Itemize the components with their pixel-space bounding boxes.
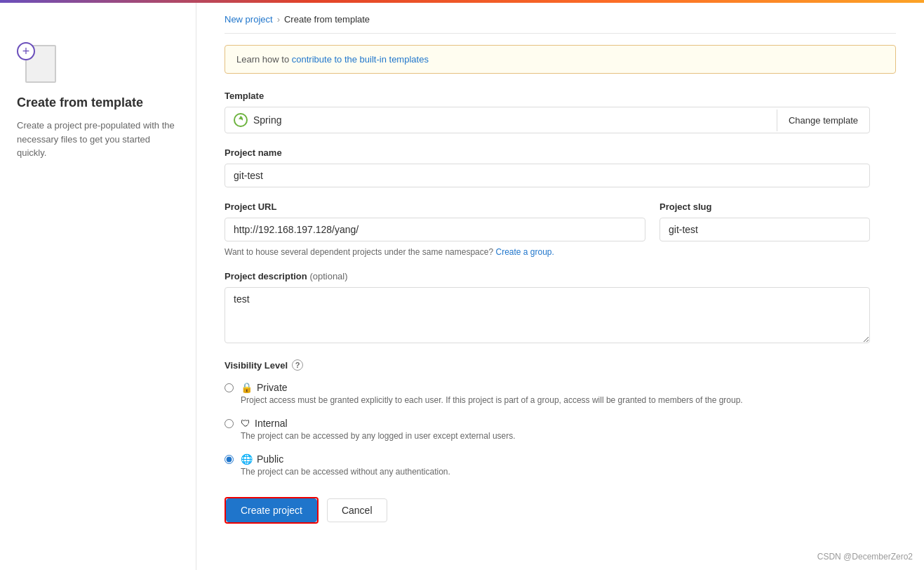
template-field-group: Template Spring Change template bbox=[225, 91, 870, 133]
breadcrumb-current: Create from template bbox=[284, 14, 370, 25]
namespace-note: Want to house several dependent projects… bbox=[225, 247, 870, 257]
url-slug-row: Project URL Project slug bbox=[225, 201, 870, 241]
project-url-label: Project URL bbox=[225, 201, 645, 212]
visibility-internal-header: 🛡 Internal bbox=[241, 418, 516, 429]
info-banner-text: Learn how to bbox=[236, 54, 292, 65]
visibility-private-content: 🔒 Private Project access must be granted… bbox=[241, 382, 743, 406]
project-url-input[interactable] bbox=[225, 218, 645, 241]
visibility-option-internal: 🛡 Internal The project can be accessed b… bbox=[225, 418, 870, 442]
cancel-button[interactable]: Cancel bbox=[327, 498, 387, 522]
sidebar: + Create from template Create a project … bbox=[0, 0, 196, 570]
visibility-internal-content: 🛡 Internal The project can be accessed b… bbox=[241, 418, 516, 442]
globe-icon: 🌐 bbox=[241, 453, 253, 465]
project-name-field-group: Project name bbox=[225, 147, 870, 187]
breadcrumb: New project › Create from template bbox=[225, 14, 896, 34]
visibility-field-group: Visibility Level ? 🔒 Private Project acc… bbox=[225, 359, 870, 477]
create-group-link[interactable]: Create a group. bbox=[495, 247, 554, 257]
visibility-private-label: Private bbox=[257, 382, 288, 393]
visibility-public-desc: The project can be accessed without any … bbox=[241, 466, 450, 478]
shield-icon: 🛡 bbox=[241, 418, 250, 429]
sidebar-description: Create a project pre-populated with the … bbox=[17, 119, 179, 160]
project-name-input[interactable] bbox=[225, 164, 870, 187]
action-buttons: Create project Cancel bbox=[225, 497, 870, 524]
visibility-private-header: 🔒 Private bbox=[241, 382, 743, 393]
visibility-radio-private[interactable] bbox=[225, 383, 234, 392]
watermark: CSDN @DecemberZero2 bbox=[817, 552, 913, 562]
visibility-option-private: 🔒 Private Project access must be granted… bbox=[225, 382, 870, 406]
visibility-radio-internal[interactable] bbox=[225, 419, 234, 428]
visibility-help-icon[interactable]: ? bbox=[292, 359, 303, 371]
create-button-wrapper: Create project bbox=[225, 497, 319, 524]
visibility-title: Visibility Level ? bbox=[225, 359, 870, 371]
description-optional: (optional) bbox=[309, 271, 347, 281]
visibility-internal-desc: The project can be accessed by any logge… bbox=[241, 430, 516, 442]
project-name-label: Project name bbox=[225, 147, 870, 158]
info-banner-link[interactable]: contribute to the built-in templates bbox=[292, 54, 429, 65]
namespace-note-text: Want to house several dependent projects… bbox=[225, 247, 495, 257]
visibility-public-header: 🌐 Public bbox=[241, 453, 450, 465]
spring-icon bbox=[234, 113, 248, 127]
visibility-private-desc: Project access must be granted explicitl… bbox=[241, 395, 743, 406]
breadcrumb-parent-link[interactable]: New project bbox=[225, 14, 273, 25]
description-textarea[interactable]: test bbox=[225, 287, 870, 343]
visibility-public-content: 🌐 Public The project can be accessed wit… bbox=[241, 453, 450, 478]
svg-point-0 bbox=[234, 114, 247, 126]
visibility-public-label: Public bbox=[257, 453, 283, 465]
template-label: Template bbox=[225, 91, 870, 101]
sidebar-title: Create from template bbox=[17, 95, 179, 110]
visibility-options: 🔒 Private Project access must be granted… bbox=[225, 382, 870, 477]
form-section: Template Spring Change template Project … bbox=[225, 91, 870, 524]
create-project-button[interactable]: Create project bbox=[226, 498, 317, 522]
change-template-button[interactable]: Change template bbox=[777, 110, 869, 131]
lock-icon: 🔒 bbox=[241, 382, 253, 393]
project-slug-field-group: Project slug bbox=[659, 201, 870, 241]
info-banner: Learn how to contribute to the built-in … bbox=[225, 45, 896, 74]
template-name-text: Spring bbox=[253, 114, 281, 126]
sidebar-icon: + bbox=[17, 42, 59, 84]
project-slug-label: Project slug bbox=[659, 201, 870, 212]
description-label: Project description (optional) bbox=[225, 271, 870, 281]
visibility-radio-public[interactable] bbox=[225, 455, 234, 464]
plus-circle-icon: + bbox=[17, 42, 35, 60]
project-slug-input[interactable] bbox=[659, 218, 870, 241]
template-row: Spring Change template bbox=[225, 107, 870, 133]
visibility-internal-label: Internal bbox=[255, 418, 288, 429]
project-url-field-group: Project URL bbox=[225, 201, 645, 241]
template-name-display: Spring bbox=[225, 107, 777, 133]
visibility-label-text: Visibility Level bbox=[225, 360, 288, 371]
visibility-option-public: 🌐 Public The project can be accessed wit… bbox=[225, 453, 870, 478]
description-field-group: Project description (optional) test bbox=[225, 271, 870, 345]
breadcrumb-separator: › bbox=[277, 14, 280, 25]
main-content: New project › Create from template Learn… bbox=[196, 0, 924, 570]
